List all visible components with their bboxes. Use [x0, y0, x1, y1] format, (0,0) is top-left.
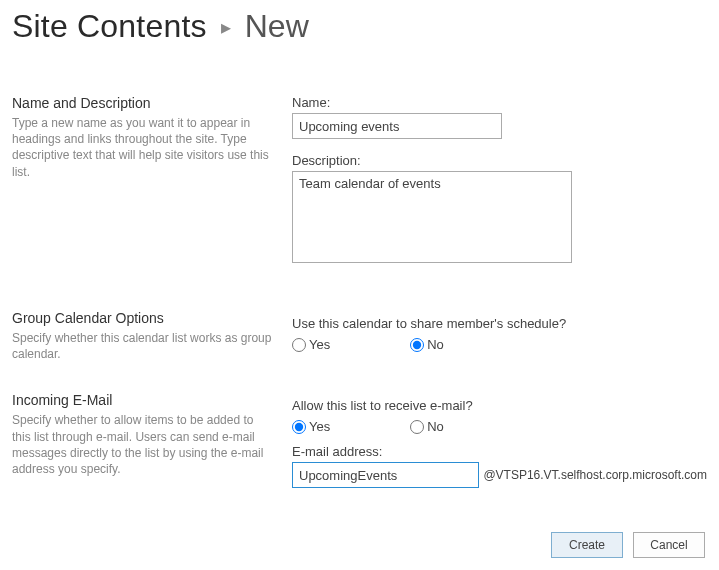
email-address-input[interactable] — [292, 462, 479, 488]
name-input[interactable] — [292, 113, 502, 139]
section-name-description: Name and Description Type a new name as … — [12, 95, 707, 280]
incoming-email-question: Allow this list to receive e-mail? — [292, 398, 707, 413]
breadcrumb-root-link[interactable]: Site Contents — [12, 8, 207, 45]
section-incoming-email: Incoming E-Mail Specify whether to allow… — [12, 392, 707, 488]
email-domain-suffix: @VTSP16.VT.selfhost.corp.microsoft.com — [483, 468, 707, 482]
group-calendar-yes-radio[interactable] — [292, 338, 306, 352]
description-label: Description: — [292, 153, 707, 168]
incoming-email-yes-option[interactable]: Yes — [292, 419, 330, 434]
group-calendar-no-option[interactable]: No — [410, 337, 444, 352]
create-button[interactable]: Create — [551, 532, 623, 558]
cancel-button[interactable]: Cancel — [633, 532, 705, 558]
chevron-right-icon: ▸ — [221, 15, 231, 39]
section-title-group-calendar: Group Calendar Options — [12, 310, 272, 326]
group-calendar-yes-label: Yes — [309, 337, 330, 352]
breadcrumb: Site Contents ▸ New — [12, 8, 707, 45]
group-calendar-yes-option[interactable]: Yes — [292, 337, 330, 352]
section-desc-group-calendar: Specify whether this calendar list works… — [12, 330, 272, 362]
incoming-email-yes-label: Yes — [309, 419, 330, 434]
section-title-name-description: Name and Description — [12, 95, 272, 111]
incoming-email-yes-radio[interactable] — [292, 420, 306, 434]
section-desc-name-description: Type a new name as you want it to appear… — [12, 115, 272, 180]
incoming-email-no-label: No — [427, 419, 444, 434]
section-group-calendar: Group Calendar Options Specify whether t… — [12, 310, 707, 362]
incoming-email-no-option[interactable]: No — [410, 419, 444, 434]
description-textarea[interactable]: Team calendar of events — [292, 171, 572, 263]
section-desc-incoming-email: Specify whether to allow items to be add… — [12, 412, 272, 477]
group-calendar-question: Use this calendar to share member's sche… — [292, 316, 707, 331]
group-calendar-no-radio[interactable] — [410, 338, 424, 352]
email-address-label: E-mail address: — [292, 444, 707, 459]
button-row: Create Cancel — [12, 532, 707, 558]
group-calendar-no-label: No — [427, 337, 444, 352]
section-title-incoming-email: Incoming E-Mail — [12, 392, 272, 408]
breadcrumb-current: New — [245, 8, 309, 45]
incoming-email-no-radio[interactable] — [410, 420, 424, 434]
name-label: Name: — [292, 95, 707, 110]
